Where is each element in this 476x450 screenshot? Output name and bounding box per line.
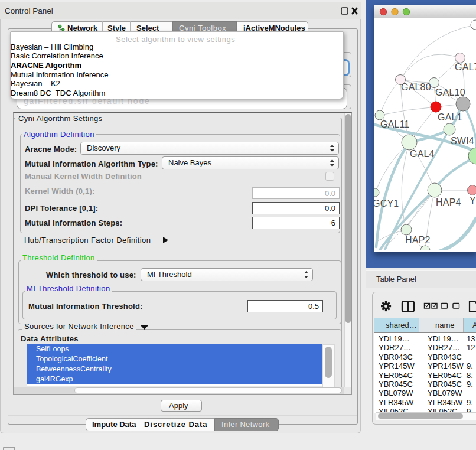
svg-text:SWI4: SWI4	[451, 136, 474, 146]
svg-text:GAL1: GAL1	[438, 112, 462, 122]
svg-text:GCY1: GCY1	[374, 198, 399, 208]
svg-text:GAL7: GAL7	[455, 62, 476, 72]
svg-text:GAL11: GAL11	[380, 119, 410, 129]
svg-text:GAL4: GAL4	[410, 149, 435, 159]
svg-text:HAP4: HAP4	[436, 197, 461, 207]
svg-text:HAP2: HAP2	[405, 235, 431, 245]
svg-text:YEL: YEL	[470, 195, 476, 206]
svg-text:GAL80: GAL80	[401, 82, 431, 92]
svg-text:GAL10: GAL10	[435, 87, 465, 97]
